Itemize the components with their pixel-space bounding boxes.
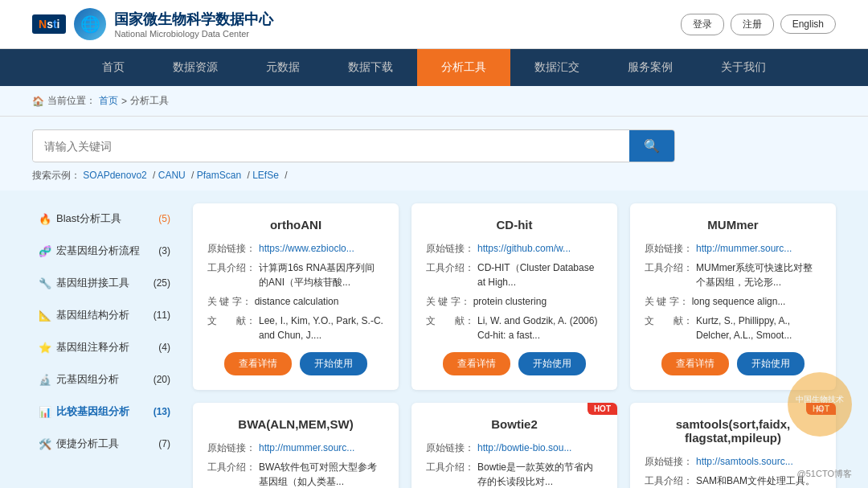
ref-label-2: 文 献：: [426, 314, 474, 342]
annotation-icon: ⭐: [39, 342, 51, 354]
nav-analysis-tools[interactable]: 分析工具: [417, 49, 510, 86]
structure-icon: 📐: [39, 310, 51, 322]
nav-home[interactable]: 首页: [78, 49, 149, 86]
intro-label-2: 工具介绍：: [426, 260, 474, 289]
sidebar-item-macro[interactable]: 🧬 宏基因组分析流程 (3): [32, 236, 177, 266]
sidebar-item-blast[interactable]: 🔥 Blast分析工具 (5): [32, 203, 177, 234]
nav-data-download[interactable]: 数据下载: [324, 49, 417, 86]
nav-metadata[interactable]: 元数据: [242, 49, 324, 86]
source-link-6[interactable]: http://samtools.sourc...: [696, 456, 793, 467]
intro-label-5: 工具介绍：: [426, 460, 474, 488]
card-intro-row-3: 工具介绍： MUMmer系统可快速比对整个基因组，无论形...: [645, 260, 821, 289]
tool-card-mummer: MUMmer 原始链接： http://mummer.sourc... 工具介绍…: [630, 203, 836, 390]
card-title-4: BWA(ALN,MEM,SW): [207, 417, 384, 431]
content-area: 🔥 Blast分析工具 (5) 🧬 宏基因组分析流程 (3) 🔧 基因组拼接工具…: [0, 191, 868, 488]
intro-value-3: MUMmer系统可快速比对整个基因组，无论形...: [696, 260, 821, 289]
search-example-4[interactable]: LEfSe: [252, 170, 279, 181]
breadcrumb-home[interactable]: 首页: [99, 94, 118, 108]
card-ref-row-2: 文 献： Li, W. and Godzik, A. (2006) Cd-hit…: [426, 314, 603, 342]
english-button[interactable]: English: [780, 14, 836, 34]
breadcrumb-prefix: 当前位置：: [47, 94, 96, 108]
metagenome-icon: 🔬: [39, 374, 51, 386]
sidebar-item-structure[interactable]: 📐 基因组结构分析 (11): [32, 300, 177, 330]
hot-badge-5: HOT: [588, 403, 617, 415]
nav-service-cases[interactable]: 服务案例: [604, 49, 697, 86]
sidebar-item-comparative[interactable]: 📊 比较基因组分析 (13): [32, 396, 177, 427]
blast-icon: 🔥: [39, 213, 51, 225]
sidebar: 🔥 Blast分析工具 (5) 🧬 宏基因组分析流程 (3) 🔧 基因组拼接工具…: [32, 203, 177, 488]
sidebar-count-utility: (7): [158, 438, 170, 449]
card-title-1: orthoANI: [207, 218, 384, 232]
org-name-en: National Microbiology Data Center: [114, 29, 273, 39]
card-source-row-5: 原始链接： http://bowtie-bio.sou...: [426, 441, 603, 455]
keyword-label-1: 关 键 字：: [207, 294, 252, 309]
logo-area: Nsti 🌐 国家微生物科学数据中心 National Microbiology…: [32, 8, 273, 40]
tool-card-cdhit: CD-hit 原始链接： https://github.com/w... 工具介…: [411, 203, 617, 390]
breadcrumb-current: 分析工具: [130, 94, 169, 108]
logo-globe-icon: 🌐: [74, 8, 106, 40]
sidebar-count-assembly: (25): [154, 277, 170, 289]
nav-data-resources[interactable]: 数据资源: [149, 49, 242, 86]
card-title-3: MUMmer: [645, 218, 821, 232]
intro-label-3: 工具介绍：: [645, 260, 693, 289]
tools-grid: orthoANI 原始链接： https://www.ezbioclo... 工…: [193, 203, 836, 488]
ref-value-2: Li, W. and Godzik, A. (2006) Cd-hit: a f…: [477, 314, 603, 342]
org-name-zh: 国家微生物科学数据中心: [114, 10, 273, 29]
watermark-circle: 中国生物技术网: [788, 372, 852, 437]
main-nav: 首页 数据资源 元数据 数据下载 分析工具 数据汇交 服务案例 关于我们: [0, 49, 868, 86]
sidebar-item-metagenome[interactable]: 🔬 元基因组分析 (20): [32, 364, 177, 395]
source-label-5: 原始链接：: [426, 441, 474, 455]
search-example-1[interactable]: SOAPdenovo2: [83, 170, 146, 181]
detail-button-1[interactable]: 查看详情: [224, 352, 292, 375]
search-example-3[interactable]: PfamScan: [197, 170, 241, 181]
detail-button-3[interactable]: 查看详情: [661, 352, 729, 375]
source-link-5[interactable]: http://bowtie-bio.sou...: [477, 442, 571, 453]
card-intro-row-1: 工具介绍： 计算两16s RNA基因序列间的ANI（平均核苷酸...: [207, 260, 384, 289]
search-examples: 搜索示例： SOAPdenovo2 / CANU / PfamScan / LE…: [32, 169, 836, 182]
sidebar-count-blast: (5): [158, 213, 170, 224]
ref-label-1: 文 献：: [207, 314, 256, 342]
detail-button-2[interactable]: 查看详情: [443, 352, 510, 375]
comparative-icon: 📊: [39, 406, 51, 418]
card-keyword-row-3: 关 键 字： long sequence align...: [645, 294, 821, 309]
source-link-1[interactable]: https://www.ezbioclo...: [259, 243, 354, 254]
nav-about[interactable]: 关于我们: [697, 49, 790, 86]
sidebar-item-annotation[interactable]: ⭐ 基因组注释分析 (4): [32, 332, 177, 363]
source-label-2: 原始链接：: [426, 241, 474, 256]
search-area: 🔍 搜索示例： SOAPdenovo2 / CANU / PfamScan / …: [0, 117, 868, 191]
search-input[interactable]: [33, 132, 629, 161]
use-button-2[interactable]: 开始使用: [518, 352, 586, 375]
sidebar-label-annotation: 基因组注释分析: [56, 340, 129, 355]
source-link-2[interactable]: https://github.com/w...: [477, 243, 571, 254]
card-intro-row-6: 工具介绍： SAM和BAM文件处理工具。: [645, 474, 821, 488]
keyword-value-1: distance calculation: [255, 294, 339, 309]
sidebar-count-metagenome: (20): [154, 374, 170, 385]
nav-data-submit[interactable]: 数据汇交: [510, 49, 604, 86]
source-label-3: 原始链接：: [645, 241, 693, 256]
intro-label-1: 工具介绍：: [207, 260, 256, 289]
sidebar-count-annotation: (4): [158, 342, 170, 353]
keyword-value-3: long sequence align...: [692, 294, 786, 309]
register-button[interactable]: 注册: [731, 14, 774, 35]
source-link-4[interactable]: http://mummer.sourc...: [259, 442, 354, 453]
search-button[interactable]: 🔍: [629, 130, 674, 162]
card-keyword-row-2: 关 键 字： protein clustering: [426, 294, 603, 309]
intro-value-4: BWA软件包可对照大型参考基因组（如人类基...: [259, 460, 384, 488]
login-button[interactable]: 登录: [681, 14, 724, 35]
utility-icon: 🛠️: [39, 438, 51, 450]
header-right: 登录 注册 English: [681, 14, 836, 35]
keyword-label-3: 关 键 字：: [645, 294, 689, 309]
sidebar-item-assembly[interactable]: 🔧 基因组拼接工具 (25): [32, 268, 177, 298]
card-title-5: Bowtie2: [426, 417, 603, 431]
ref-value-3: Kurtz, S., Phillippy, A., Delcher, A.L.,…: [696, 314, 821, 342]
use-button-1[interactable]: 开始使用: [300, 352, 367, 375]
sidebar-item-utility[interactable]: 🛠️ 便捷分析工具 (7): [32, 429, 177, 459]
sidebar-label-structure: 基因组结构分析: [56, 308, 129, 322]
intro-value-5: Bowtie是一款英效的节省内存的长读段比对...: [477, 460, 603, 488]
card-title-2: CD-hit: [426, 218, 603, 232]
search-example-2[interactable]: CANU: [158, 170, 186, 181]
source-label-6: 原始链接：: [645, 454, 693, 469]
source-label-4: 原始链接：: [207, 441, 256, 455]
card-actions-1: 查看详情 开始使用: [207, 352, 384, 375]
source-link-3[interactable]: http://mummer.sourc...: [696, 243, 792, 254]
